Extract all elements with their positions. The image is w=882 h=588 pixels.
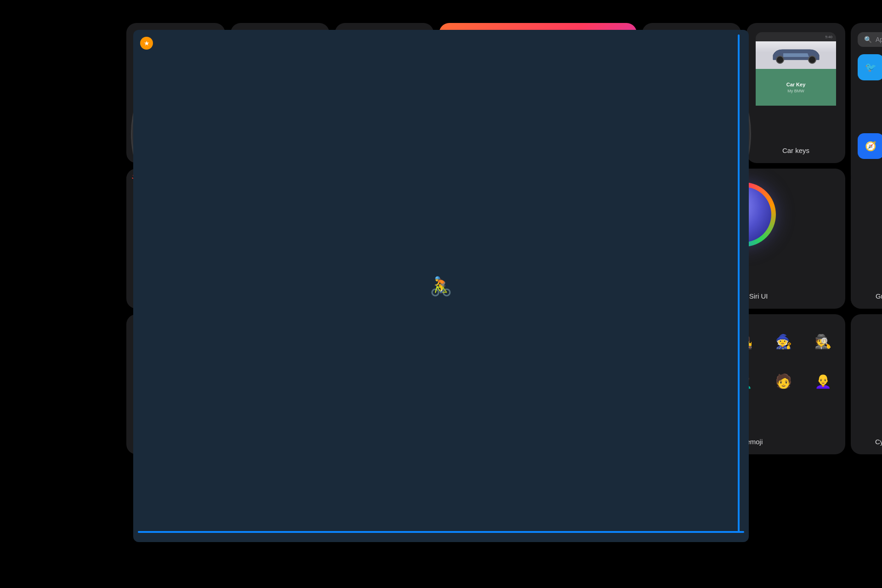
car-svg [764,46,828,64]
carkeys-title: Car Key [786,82,806,87]
cycling-label: Cycling directions in Maps [871,437,882,447]
search-icon: 🔍 [864,36,872,43]
groupphoto-label: Group photo in Messages [871,292,882,301]
carkeys-time: 5:40 [825,35,832,39]
carkeys-statusbar: 5:40 [756,32,836,41]
app-safari[interactable]: 🧭 [858,133,882,159]
groupphoto-card: 👩 🎸 🌺 👨‍🦳 👩‍🦱 👨 Group photo in Messages [851,169,882,309]
memoji-9: 🧑 [765,363,801,399]
applibrary-search-text: App Library [876,36,882,43]
carkeys-card: 5:40 Car Key My BMW Car keys [746,23,845,163]
carkeys-map: Car Key My BMW [756,69,836,106]
memoji-10: 👩‍🦲 [805,363,841,399]
main-grid: Hello! 你好！ Translate app Messages ↓ inli… [126,23,756,565]
cycling-card: ★ 🚴 Cycling directions in Maps [851,314,882,454]
applibrary-search[interactable]: 🔍 App Library [858,32,882,47]
carkeys-screen-container: 5:40 Car Key My BMW [756,32,836,140]
carkeys-car-silhouette [756,41,836,69]
memoji-4: 🧙 [765,323,801,359]
svg-point-20 [808,56,816,63]
carkeys-subtitle: My BMW [786,89,806,93]
carkeys-map-text: Car Key My BMW [786,82,806,93]
svg-point-19 [776,56,784,63]
memoji-5: 🕵️ [805,323,841,359]
carkeys-label: Car keys [778,146,814,155]
app-twitter[interactable]: 🐦 [858,54,882,80]
